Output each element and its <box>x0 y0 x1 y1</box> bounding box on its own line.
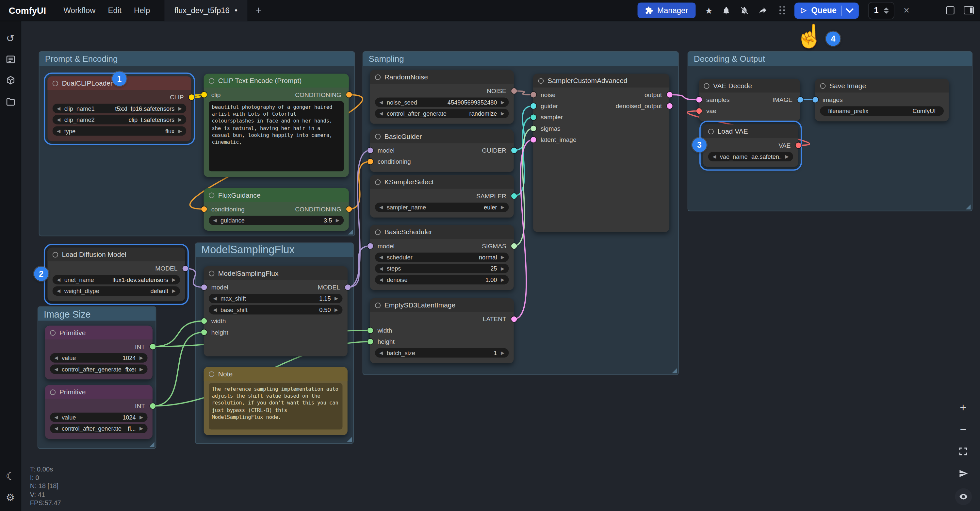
manager-label: Manager <box>657 6 688 15</box>
left-sidebar: ↺ ☾ ⚙ <box>0 21 21 511</box>
new-workflow-button[interactable]: + <box>256 5 262 16</box>
step-badge-4: 4 <box>826 32 840 46</box>
workflow-tab-label: flux_dev_t5fp16 <box>175 6 230 15</box>
zoom-out-button[interactable]: − <box>956 422 970 436</box>
step-badge-3: 3 <box>692 138 706 152</box>
unsaved-indicator-dot: ● <box>235 8 237 13</box>
stat-iterations: I: 0 <box>30 473 61 482</box>
app-logo[interactable]: ComfyUI <box>9 5 46 15</box>
queue-button[interactable]: ▷ Queue <box>795 2 859 19</box>
paper-plane-icon <box>958 468 968 478</box>
queue-label: Queue <box>811 6 836 15</box>
annotation-layer: 1234☝ <box>0 0 980 511</box>
pointing-hand-icon: ☝ <box>795 23 824 49</box>
queue-count-value: 1 <box>874 6 879 15</box>
workflow-tab[interactable]: flux_dev_t5fp16 ● <box>164 0 248 21</box>
eye-icon <box>958 492 968 501</box>
panel-toggle-icon[interactable] <box>964 6 974 14</box>
stat-nodes: N: 18 [18] <box>30 482 61 490</box>
clear-queue-icon[interactable]: × <box>904 5 910 16</box>
toggle-visibility-button[interactable] <box>955 488 972 505</box>
queue-count-stepper[interactable]: 1 <box>868 2 894 19</box>
menu-edit[interactable]: Edit <box>108 6 121 15</box>
bell-icon[interactable] <box>722 6 731 15</box>
step-badge-1: 1 <box>112 72 126 86</box>
stat-time: T: 0.00s <box>30 465 61 473</box>
topbar-right-cluster: Manager ★ ▷ Queue 1 × <box>637 2 974 19</box>
zoom-in-button[interactable]: + <box>956 401 970 414</box>
canvas-controls: + − <box>953 401 974 505</box>
play-icon: ▷ <box>801 6 806 14</box>
perf-stats: T: 0.00s I: 0 N: 18 [18] V: 41 FPS:57.47 <box>30 465 61 507</box>
send-button[interactable] <box>956 466 970 480</box>
fit-view-button[interactable] <box>956 444 970 458</box>
queue-button-divider <box>842 5 842 15</box>
step-badge-2: 2 <box>34 267 48 281</box>
model-library-icon[interactable] <box>0 70 21 91</box>
menu-help[interactable]: Help <box>134 6 150 15</box>
share-icon[interactable] <box>759 6 768 15</box>
stat-version: V: 41 <box>30 490 61 499</box>
chevron-down-icon[interactable] <box>846 5 854 13</box>
queue-history-icon[interactable] <box>0 49 21 70</box>
stepper-carets[interactable] <box>884 7 889 13</box>
bell-off-icon[interactable] <box>740 6 749 15</box>
star-icon[interactable]: ★ <box>705 5 713 15</box>
manager-button[interactable]: Manager <box>637 3 696 18</box>
puzzle-icon <box>645 6 653 14</box>
top-menubar: ComfyUI Workflow Edit Help flux_dev_t5fp… <box>0 0 980 21</box>
theme-toggle-icon[interactable]: ☾ <box>0 465 21 486</box>
comfyui-app: Prompt & EncodingSamplingDecoding & Outp… <box>0 0 980 511</box>
settings-gear-icon[interactable]: ⚙ <box>0 487 21 508</box>
menu-workflow[interactable]: Workflow <box>64 6 95 15</box>
workflow-history-icon[interactable]: ↺ <box>0 27 21 49</box>
stat-fps: FPS:57.47 <box>30 499 61 508</box>
workflows-folder-icon[interactable] <box>0 91 21 112</box>
stop-icon[interactable] <box>947 6 955 14</box>
fit-view-icon <box>958 446 968 457</box>
drag-handle-icon[interactable] <box>780 6 785 15</box>
